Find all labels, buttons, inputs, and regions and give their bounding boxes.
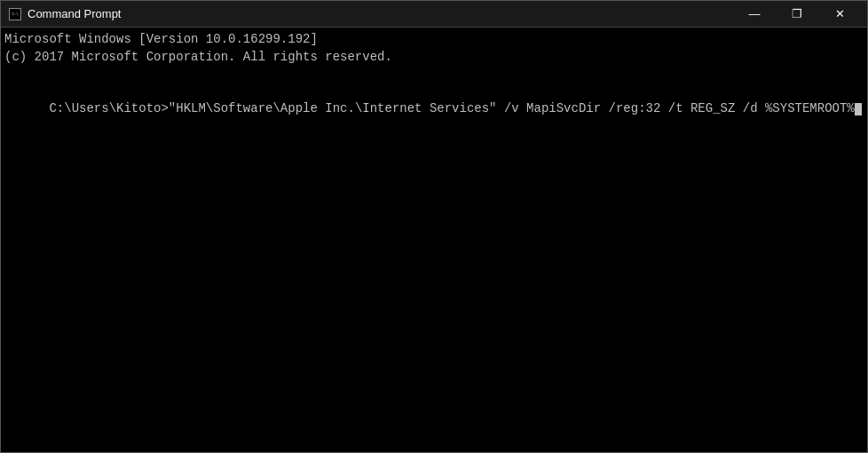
cmd-app-icon	[8, 7, 22, 21]
terminal-line-4: C:\Users\Kitoto>"HKLM\Software\Apple Inc…	[4, 83, 864, 136]
terminal-line-2: (c) 2017 Microsoft Corporation. All righ…	[4, 49, 864, 67]
cmd-window: Command Prompt — ❐ ✕ Microsoft Windows […	[0, 0, 868, 453]
title-bar: Command Prompt — ❐ ✕	[1, 1, 867, 28]
maximize-button[interactable]: ❐	[777, 2, 817, 27]
cursor	[855, 103, 862, 115]
cmd-icon	[9, 8, 21, 20]
terminal-body[interactable]: Microsoft Windows [Version 10.0.16299.19…	[1, 28, 867, 452]
window-title: Command Prompt	[28, 7, 121, 20]
title-bar-left: Command Prompt	[8, 7, 121, 21]
minimize-button[interactable]: —	[734, 2, 775, 27]
window-controls: — ❐ ✕	[734, 2, 860, 27]
close-button[interactable]: ✕	[819, 2, 860, 27]
terminal-line-1: Microsoft Windows [Version 10.0.16299.19…	[4, 31, 864, 49]
terminal-line-3	[4, 66, 864, 83]
